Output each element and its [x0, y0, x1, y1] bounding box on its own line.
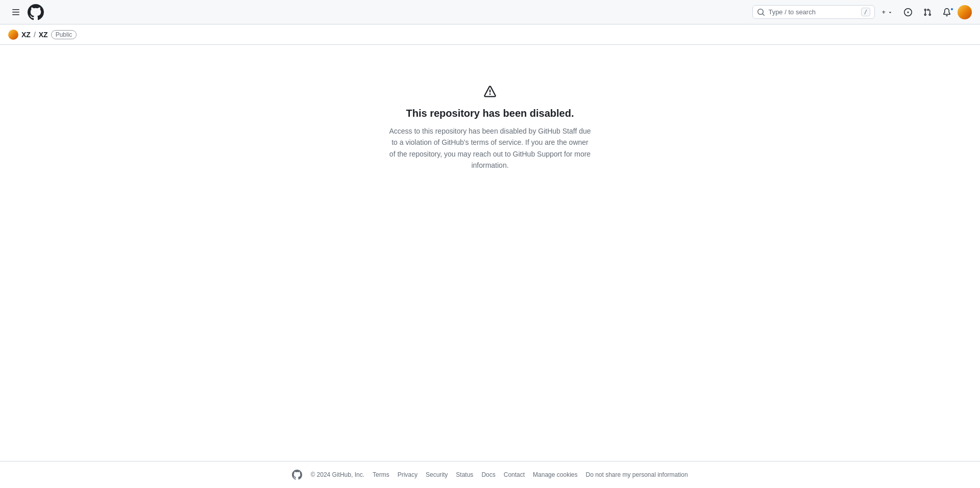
avatar [958, 5, 972, 19]
repo-name[interactable]: XZ [39, 31, 48, 39]
chevron-down-icon [888, 10, 893, 15]
notification-badge [950, 7, 954, 11]
search-bar[interactable]: Type / to search / [752, 5, 875, 19]
visibility-badge: Public [51, 30, 77, 39]
footer-link-contact[interactable]: Contact [504, 471, 525, 478]
footer: © 2024 GitHub, Inc. Terms Privacy Securi… [0, 461, 980, 488]
github-mark-icon [28, 4, 44, 20]
pull-requests-button[interactable] [919, 6, 936, 19]
notifications-button[interactable] [938, 6, 955, 19]
main-content: This repository has been disabled. Acces… [0, 45, 980, 351]
owner-avatar [8, 30, 18, 40]
hamburger-icon [12, 8, 20, 16]
user-avatar-button[interactable] [958, 5, 972, 19]
footer-link-terms[interactable]: Terms [373, 471, 389, 478]
search-keyboard-shortcut: / [861, 8, 871, 16]
header-right: Type / to search / + [752, 5, 972, 19]
new-button[interactable]: + [877, 6, 897, 18]
search-placeholder: Type / to search [768, 8, 816, 16]
sub-header: XZ / XZ Public [0, 24, 980, 45]
footer-link-security[interactable]: Security [426, 471, 448, 478]
footer-link-status[interactable]: Status [456, 471, 473, 478]
main-header: Type / to search / + [0, 0, 980, 24]
warning-icon [484, 86, 496, 99]
disabled-message-container: This repository has been disabled. Acces… [388, 86, 592, 171]
plus-icon: + [881, 8, 886, 16]
footer-link-docs[interactable]: Docs [481, 471, 495, 478]
footer-github-logo [292, 470, 302, 480]
search-icon [757, 8, 765, 16]
breadcrumb-separator: / [34, 31, 36, 39]
owner-name[interactable]: XZ [21, 31, 31, 39]
disabled-title: This repository has been disabled. [406, 108, 574, 119]
footer-link-privacy[interactable]: Privacy [398, 471, 418, 478]
footer-link-do-not-share[interactable]: Do not share my personal information [585, 471, 688, 478]
breadcrumb: XZ / XZ Public [8, 30, 77, 40]
issues-icon [904, 8, 912, 16]
issues-button[interactable] [899, 6, 917, 19]
disabled-description: Access to this repository has been disab… [388, 125, 592, 171]
hamburger-button[interactable] [8, 6, 23, 19]
header-left [8, 4, 44, 20]
footer-copyright: © 2024 GitHub, Inc. [310, 471, 364, 478]
pull-request-icon [923, 8, 932, 16]
footer-link-manage-cookies[interactable]: Manage cookies [533, 471, 577, 478]
github-logo[interactable] [28, 4, 44, 20]
